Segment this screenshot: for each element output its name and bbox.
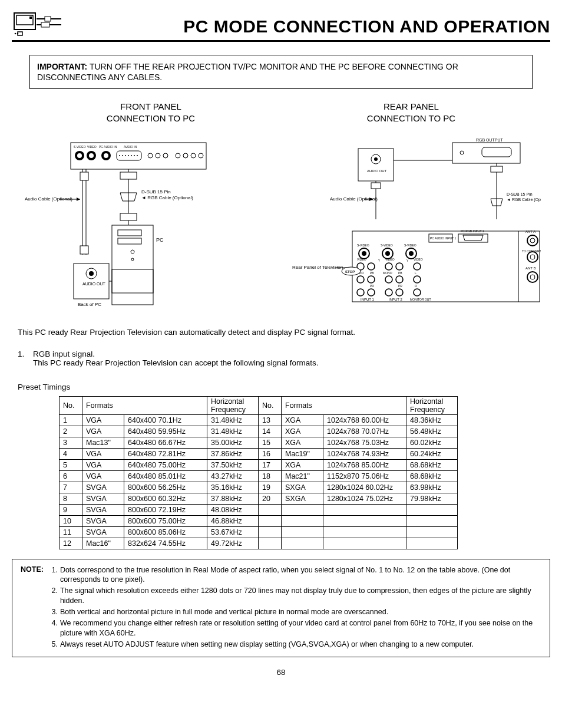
table-row: 4VGA640x480 72.81Hz37.86kHz16Mac19"1024x… xyxy=(59,448,458,459)
table-row: 10SVGA800x600 75.00Hz46.88kHz xyxy=(59,515,458,526)
title-divider xyxy=(12,40,550,42)
table-row: 3Mac13"640x480 66.67Hz35.00kHz15XGA1024x… xyxy=(59,437,458,448)
svg-point-107 xyxy=(368,263,375,270)
svg-text:◄ RGB Cable (Optional): ◄ RGB Cable (Optional) xyxy=(507,197,541,202)
svg-rect-61 xyxy=(452,143,520,163)
svg-point-56 xyxy=(89,271,94,276)
svg-point-25 xyxy=(148,153,153,158)
svg-point-18 xyxy=(119,155,120,156)
svg-text:R: R xyxy=(415,284,417,288)
svg-text:RGB OUTPUT: RGB OUTPUT xyxy=(476,138,504,142)
svg-marker-45 xyxy=(77,197,80,201)
svg-text:INPUT 2: INPUT 2 xyxy=(389,298,403,301)
important-label: IMPORTANT: xyxy=(37,62,87,71)
svg-point-27 xyxy=(163,153,168,158)
svg-point-19 xyxy=(122,155,123,156)
preset-timings-table: No. Formats HorizontalFrequency No. Form… xyxy=(59,396,509,549)
svg-point-52 xyxy=(131,258,134,261)
svg-text:Back of PC: Back of PC xyxy=(78,302,101,307)
svg-rect-6 xyxy=(45,17,51,21)
svg-rect-39 xyxy=(80,246,88,254)
table-caption: Preset Timings xyxy=(18,383,544,391)
svg-point-131 xyxy=(414,289,421,296)
svg-point-30 xyxy=(191,153,196,158)
table-row: 12Mac16"832x624 74.55Hz49.72kHz xyxy=(59,538,458,549)
svg-point-129 xyxy=(396,289,403,296)
svg-point-120 xyxy=(385,276,392,283)
svg-rect-49 xyxy=(118,230,141,236)
svg-text:STOP: STOP xyxy=(345,270,355,274)
note-item: 1.Dots correspond to the true resolution… xyxy=(49,565,541,585)
svg-point-97 xyxy=(362,251,366,256)
svg-point-9 xyxy=(17,33,19,35)
note-item: 5.Always reset AUTO ADJUST feature when … xyxy=(49,640,541,650)
table-row: 7SVGA800x600 56.25Hz35.16kHz19SXGA1280x1… xyxy=(59,482,458,493)
note-item: 4.We recommend you change either refresh… xyxy=(49,618,541,638)
svg-point-100 xyxy=(385,251,390,256)
svg-text:S-VIDEO: S-VIDEO xyxy=(381,243,393,247)
svg-point-125 xyxy=(357,289,364,296)
svg-text:AUDIO OUT: AUDIO OUT xyxy=(82,282,106,286)
svg-text:TO CONVERTER: TO CONVERTER xyxy=(522,249,541,253)
svg-point-22 xyxy=(131,155,132,156)
svg-text:ANT A: ANT A xyxy=(525,230,535,233)
svg-point-63 xyxy=(460,151,464,154)
svg-rect-38 xyxy=(80,172,88,180)
svg-text:MONITOR OUT: MONITOR OUT xyxy=(410,298,431,301)
front-panel-diagram: S-VIDEO VIDEO PC AUDIO IN AUDIO IN Audio… xyxy=(24,137,277,319)
svg-rect-79 xyxy=(352,231,540,302)
svg-point-24 xyxy=(137,155,138,156)
note-box: NOTE: 1.Dots correspond to the true reso… xyxy=(12,559,550,657)
svg-point-28 xyxy=(176,153,180,158)
svg-rect-54 xyxy=(74,263,109,299)
svg-point-89 xyxy=(527,252,538,262)
svg-point-51 xyxy=(131,250,134,253)
svg-text:AUDIO IN: AUDIO IN xyxy=(124,145,137,149)
svg-text:VIDEO: VIDEO xyxy=(385,258,395,261)
table-row: 9SVGA800x600 72.19Hz48.08kHz xyxy=(59,504,458,515)
table-row: 11SVGA800x600 85.06Hz53.67kHz xyxy=(59,526,458,538)
svg-point-121 xyxy=(396,276,403,283)
svg-text:PB: PB xyxy=(398,271,402,275)
svg-point-117 xyxy=(368,276,375,283)
svg-point-31 xyxy=(199,153,203,158)
svg-text:INPUT 1: INPUT 1 xyxy=(361,298,375,301)
svg-point-87 xyxy=(530,238,535,243)
svg-point-110 xyxy=(385,263,392,270)
svg-rect-72 xyxy=(371,183,381,189)
tv-pc-logo-icon xyxy=(12,12,62,37)
svg-text:VIDEO: VIDEO xyxy=(357,258,366,261)
note-item: 3.Both vertical and horizontal picture i… xyxy=(49,607,541,617)
svg-text:ANT B: ANT B xyxy=(525,266,536,270)
rear-panel-title: REAR PANELCONNECTION TO PC xyxy=(290,101,533,125)
svg-text:Y: Y xyxy=(378,259,381,262)
svg-text:S-VIDEO: S-VIDEO xyxy=(357,243,369,247)
svg-rect-42 xyxy=(120,213,137,220)
note-item: 2.The signal which resolution exceeds ei… xyxy=(49,586,541,606)
svg-text:S-VIDEO: S-VIDEO xyxy=(74,145,86,149)
svg-point-111 xyxy=(396,263,403,270)
svg-rect-65 xyxy=(358,149,394,181)
svg-rect-2 xyxy=(29,17,32,19)
svg-rect-50 xyxy=(118,238,141,244)
svg-point-12 xyxy=(77,153,82,158)
svg-point-128 xyxy=(385,289,392,296)
svg-text:PR: PR xyxy=(398,284,402,288)
svg-text:L: L xyxy=(415,271,416,275)
svg-rect-62 xyxy=(482,147,511,157)
svg-point-126 xyxy=(368,289,375,296)
svg-point-20 xyxy=(125,155,126,156)
svg-text:VIDEO: VIDEO xyxy=(87,145,97,149)
svg-text:D-SUB 15 Pin: D-SUB 15 Pin xyxy=(141,189,171,195)
svg-point-8 xyxy=(15,33,16,35)
svg-text:AUDIO OUT: AUDIO OUT xyxy=(367,169,387,173)
svg-text:◄ RGB Cable (Optional): ◄ RGB Cable (Optional) xyxy=(141,195,193,200)
detect-text: This PC ready Rear Projection Television… xyxy=(18,328,544,337)
page-number: 68 xyxy=(12,668,550,677)
note-label: NOTE: xyxy=(21,565,46,651)
svg-rect-73 xyxy=(491,166,503,172)
svg-point-92 xyxy=(527,272,538,282)
important-text: TURN OFF THE REAR PROJECTION TV/PC MONIT… xyxy=(37,62,458,82)
svg-text:PC: PC xyxy=(156,237,164,243)
table-row: 5VGA640x480 75.00Hz37.50kHz17XGA1024x768… xyxy=(59,459,458,470)
